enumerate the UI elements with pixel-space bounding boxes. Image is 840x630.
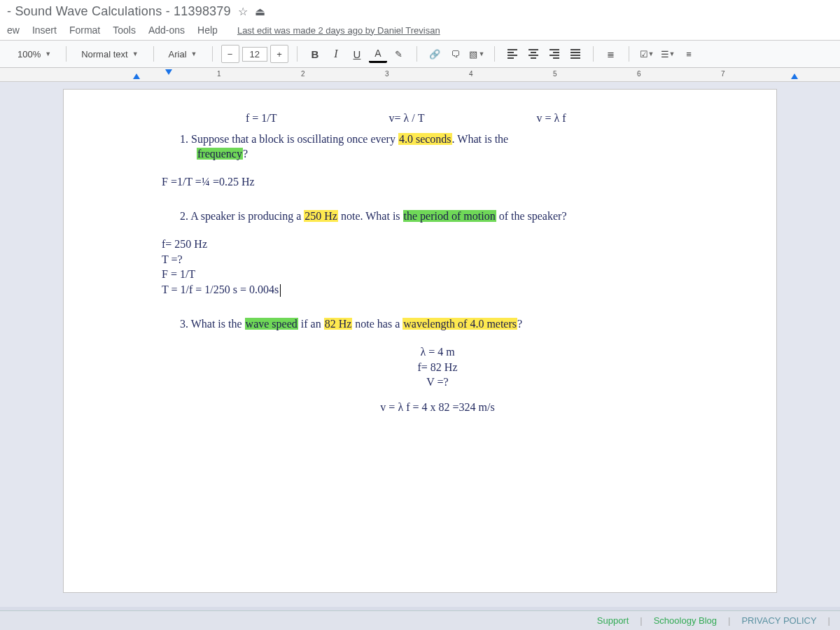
work-line: T = 1/f = 1/250 s = 0.004s <box>162 282 727 298</box>
work-line: T =? <box>162 252 727 267</box>
question-text: Suppose that a block is oscillating once… <box>191 133 398 145</box>
first-line-indent-icon[interactable] <box>165 69 172 75</box>
chevron-down-icon: ▼ <box>191 50 197 57</box>
separator: | <box>728 615 730 626</box>
answer-2: f= 250 Hz T =? F = 1/T T = 1/f = 1/250 s… <box>162 237 727 297</box>
bold-button[interactable]: B <box>306 45 324 63</box>
separator: | <box>828 615 830 626</box>
question-text: if an <box>298 318 324 330</box>
align-left-button[interactable] <box>503 45 522 63</box>
align-center-icon <box>528 49 538 59</box>
chevron-down-icon: ▼ <box>669 50 676 57</box>
highlight-color-button[interactable]: ✎ <box>390 45 408 63</box>
question-text: note. What is <box>338 210 403 222</box>
checklist-button[interactable]: ☑▼ <box>638 45 656 63</box>
indent-marker-icon[interactable] <box>133 74 140 79</box>
question-1: 1. Suppose that a block is oscillating o… <box>180 132 727 162</box>
bulleted-list-button[interactable]: ☰▼ <box>659 45 677 63</box>
align-justify-icon <box>570 49 580 59</box>
separator <box>593 46 594 62</box>
paragraph-style-value: Normal text <box>81 49 127 59</box>
question-text: . What is the <box>452 133 509 145</box>
insert-link-button[interactable]: 🔗 <box>426 45 444 63</box>
right-indent-icon[interactable] <box>791 74 798 79</box>
separator <box>297 46 298 62</box>
italic-button[interactable]: I <box>327 45 345 63</box>
privacy-link[interactable]: PRIVACY POLICY <box>741 615 816 626</box>
font-select[interactable]: Arial ▼ <box>162 46 204 62</box>
separator <box>66 46 66 62</box>
support-link[interactable]: Support <box>597 615 629 626</box>
document-page[interactable]: f = 1/T v= λ / T v = λ f 1. Suppose that… <box>63 89 777 593</box>
question-text: of the speaker? <box>496 210 567 222</box>
zoom-value: 100% <box>18 49 41 59</box>
formula-1: f = 1/T <box>246 111 277 126</box>
fontsize-increase-button[interactable]: + <box>270 45 288 63</box>
ruler-mark: 3 <box>385 70 389 78</box>
separator <box>153 46 154 62</box>
ruler-mark: 2 <box>301 70 305 78</box>
last-edit-link[interactable]: Last edit was made 2 days ago by Daniel … <box>237 25 440 36</box>
menu-insert[interactable]: Insert <box>32 24 57 36</box>
add-comment-button[interactable]: 🗨 <box>447 45 465 63</box>
footer-bar: Support | Schoology Blog | PRIVACY POLIC… <box>0 610 840 630</box>
chevron-down-icon: ▼ <box>479 50 485 57</box>
question-3: 3. What is the wave speed if an 82 Hz no… <box>180 316 727 332</box>
menu-bar: ew Insert Format Tools Add-ons Help Last… <box>0 22 840 41</box>
line-spacing-button[interactable]: ≣ <box>602 45 620 63</box>
question-number: 3. <box>180 318 188 330</box>
document-title[interactable]: - Sound Wave Calculations - 11398379 <box>7 4 231 19</box>
align-justify-button[interactable] <box>566 45 584 63</box>
separator: | <box>640 615 642 626</box>
answer-3-given: λ = 4 m f= 82 Hz V =? <box>148 344 727 390</box>
align-center-button[interactable] <box>524 45 542 63</box>
align-right-button[interactable] <box>545 45 564 63</box>
chevron-down-icon: ▼ <box>132 50 139 57</box>
question-text: ? <box>243 148 248 160</box>
align-right-icon <box>550 49 559 59</box>
comment-icon: 🗨 <box>451 49 460 59</box>
ruler-mark: 7 <box>721 70 725 78</box>
question-text: A speaker is producing a <box>190 210 304 222</box>
separator <box>212 46 213 62</box>
align-left-icon <box>507 49 517 59</box>
fontsize-decrease-button[interactable]: − <box>221 45 239 63</box>
ruler-mark: 1 <box>217 70 221 78</box>
highlight-green: the period of motion <box>403 210 496 222</box>
link-icon: 🔗 <box>429 49 440 59</box>
fontsize-input[interactable]: 12 <box>242 47 267 62</box>
menu-help[interactable]: Help <box>197 24 218 36</box>
checklist-icon: ☑ <box>640 49 648 59</box>
formula-2: v= λ / T <box>389 111 425 126</box>
font-value: Arial <box>169 49 187 59</box>
zoom-select[interactable]: 100% ▼ <box>11 46 57 62</box>
menu-addons[interactable]: Add-ons <box>148 24 185 36</box>
chevron-down-icon: ▼ <box>45 50 51 57</box>
highlight-green: frequency <box>197 148 243 160</box>
numbered-list-button[interactable]: ≡ <box>680 45 698 63</box>
chevron-down-icon: ▼ <box>648 50 654 57</box>
menu-view[interactable]: ew <box>7 24 20 36</box>
answer-3-result: v = λ f = 4 x 82 =324 m/s <box>148 400 727 415</box>
work-line: f= 82 Hz <box>148 360 727 375</box>
formula-3: v = λ f <box>537 111 566 126</box>
line-spacing-icon: ≣ <box>607 49 615 59</box>
paragraph-style-select[interactable]: Normal text ▼ <box>75 46 144 62</box>
star-icon[interactable]: ☆ <box>238 5 248 18</box>
text-color-button[interactable]: A <box>369 45 387 63</box>
cloud-icon[interactable]: ⏏ <box>255 5 265 18</box>
formula-row: f = 1/T v= λ / T v = λ f <box>246 111 727 126</box>
separator <box>494 46 495 62</box>
blog-link[interactable]: Schoology Blog <box>654 615 717 626</box>
document-canvas[interactable]: f = 1/T v= λ / T v = λ f 1. Suppose that… <box>0 82 840 607</box>
underline-button[interactable]: U <box>348 45 366 63</box>
highlight-yellow: 82 Hz <box>324 318 353 330</box>
horizontal-ruler[interactable]: 1 2 3 4 5 6 7 <box>0 68 840 82</box>
menu-tools[interactable]: Tools <box>113 24 136 36</box>
menu-format[interactable]: Format <box>69 24 100 36</box>
answer-1: F =1/T =¼ =0.25 Hz <box>162 174 727 190</box>
image-icon: ▧ <box>469 49 477 59</box>
text-cursor <box>280 284 281 297</box>
insert-image-button[interactable]: ▧▼ <box>468 45 486 63</box>
ruler-mark: 5 <box>553 70 557 78</box>
